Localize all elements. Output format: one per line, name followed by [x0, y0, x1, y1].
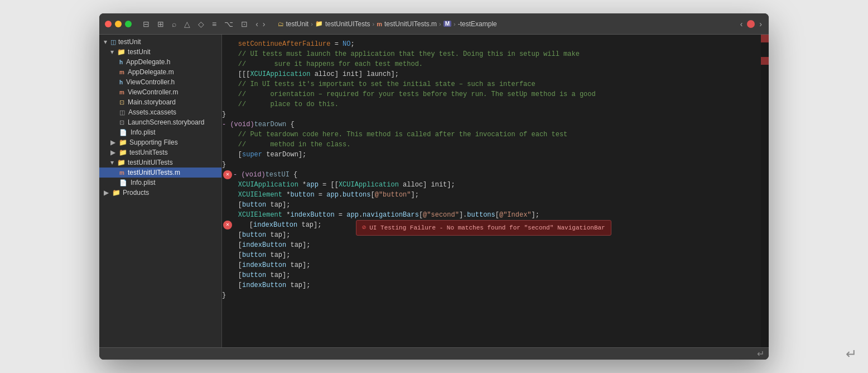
code-line: [super tearDown];: [222, 150, 761, 160]
code-line: // method in the class.: [222, 140, 761, 150]
code-line: XCUIElement *button = app.buttons[@"butt…: [222, 190, 761, 200]
error-circle-testui: ✕: [223, 170, 232, 179]
breadcrumb-sep-4: ›: [454, 21, 456, 27]
sidebar-label: ViewController.h: [126, 78, 175, 86]
minimize-button[interactable]: [115, 21, 122, 27]
chat-icon[interactable]: ⊡: [239, 18, 250, 30]
breadcrumb-project-label: testUnit: [286, 20, 309, 28]
code-line: // place to do this.: [222, 99, 761, 109]
code-line: [indexButton tap];: [222, 280, 761, 290]
breadcrumb-method-label: -testExample: [458, 20, 497, 28]
code-line: // orientation – required for your tests…: [222, 89, 761, 99]
sidebar-item-info-plist[interactable]: 📄 Info.plist: [99, 127, 221, 137]
expand-icon: [104, 38, 108, 46]
sidebar-label: AppDelegate.m: [128, 68, 174, 76]
sidebar-label: Info.plist: [131, 179, 156, 187]
grid-icon[interactable]: ⊞: [155, 18, 166, 30]
breadcrumb-file[interactable]: m testUnitUITests.m: [377, 20, 437, 28]
return-icon: ↵: [757, 348, 764, 359]
sidebar-label: testUnit: [118, 38, 141, 46]
sidebar-item-testunit-root[interactable]: ◫ testUnit: [99, 37, 221, 47]
type-badge: M: [443, 21, 451, 27]
error-tooltip-icon: ⊘: [362, 223, 366, 233]
sidebar-label: Supporting Files: [129, 138, 178, 146]
toolbar-icons: ⊟ ⊞ ⌕ △ ◇ ≡ ⌥ ⊡: [141, 18, 250, 30]
search-icon[interactable]: ⌕: [170, 18, 179, 30]
sidebar-item-products[interactable]: 📁 Products: [99, 188, 221, 198]
nav-left[interactable]: ‹: [739, 18, 744, 30]
breadcrumb-file-label: testUnitUITests.m: [384, 20, 437, 28]
error-tooltip-text: UI Testing Failure - No matches found fo…: [369, 223, 605, 233]
code-line: - (void)tearDown {: [222, 119, 761, 130]
code-line-testui: ✕ - (void)testUI {: [222, 170, 761, 180]
sidebar-item-testunittests[interactable]: 📁 testUnitTests: [99, 147, 221, 157]
gutter-error-2: [761, 57, 769, 65]
code-line: [indexButton tap];: [222, 240, 761, 250]
breadcrumb-folder-label: testUnitUITests: [325, 20, 370, 28]
sidebar-item-supporting-files[interactable]: 📁 Supporting Files: [99, 137, 221, 147]
code-line: [[[XCUIApplication alloc] init] launch];: [222, 69, 761, 79]
code-editor[interactable]: setContinueAfterFailure = NO; // UI test…: [222, 35, 761, 347]
error-gutter: [761, 35, 769, 347]
sidebar-item-testunituitests[interactable]: 📁 testUnitUITests: [99, 157, 221, 168]
breadcrumb-type[interactable]: M: [443, 21, 451, 27]
close-button[interactable]: [105, 21, 112, 27]
folder-icon[interactable]: ⊟: [141, 18, 152, 30]
diamond-icon[interactable]: ◇: [196, 18, 206, 30]
code-line: XCUIApplication *app = [[XCUIApplication…: [222, 180, 761, 190]
plist2-icon: 📄: [119, 179, 127, 187]
list-icon[interactable]: ≡: [210, 18, 219, 30]
code-line: // In UI tests it's important to set the…: [222, 79, 761, 89]
maximize-button[interactable]: [125, 21, 132, 27]
sidebar-label: Main.storyboard: [128, 98, 176, 106]
warning-icon[interactable]: △: [182, 18, 192, 30]
sidebar-item-testunituitests-m[interactable]: m testUnitUITests.m: [99, 168, 221, 178]
folder-icon: 📁: [117, 48, 126, 56]
error-circle-tap: ✕: [223, 221, 232, 229]
breadcrumb-sep-1: ›: [311, 21, 313, 27]
folder-icon: 📁: [119, 149, 127, 156]
error-tooltip: ⊘ UI Testing Failure - No matches found …: [356, 220, 611, 236]
sidebar-item-viewcontroller-m[interactable]: m ViewController.m: [99, 87, 221, 97]
sidebar-label: testUnitUITests: [128, 159, 173, 166]
sidebar-label: testUnit: [128, 48, 151, 56]
folder-icon: 📁: [119, 138, 127, 146]
sidebar-label: LaunchScreen.storyboard: [128, 118, 204, 126]
file-m-icon: m: [119, 89, 124, 95]
code-line: [button tap];: [222, 200, 761, 210]
sidebar-item-viewcontroller-h[interactable]: h ViewController.h: [99, 77, 221, 87]
nav-back[interactable]: ‹: [254, 18, 259, 30]
titlebar: ⊟ ⊞ ⌕ △ ◇ ≡ ⌥ ⊡ ‹ › 🗂 testUnit › 📁 testU…: [99, 13, 769, 35]
sidebar-label: ViewController.m: [128, 88, 178, 96]
nav-right[interactable]: ›: [758, 18, 763, 30]
sidebar-label: Info.plist: [131, 128, 156, 136]
code-line: XCUIElement *indexButton = app.navigatio…: [222, 210, 761, 220]
code-scroll-area[interactable]: setContinueAfterFailure = NO; // UI test…: [222, 35, 761, 347]
sidebar-item-appdelegate-h[interactable]: h AppDelegate.h: [99, 57, 221, 67]
main-window: ⊟ ⊞ ⌕ △ ◇ ≡ ⌥ ⊡ ‹ › 🗂 testUnit › 📁 testU…: [99, 13, 769, 360]
file-h-icon: h: [119, 59, 123, 65]
breadcrumb-folder[interactable]: 📁 testUnitUITests: [315, 20, 370, 28]
breadcrumb-project[interactable]: 🗂 testUnit: [278, 20, 309, 28]
sidebar-item-testunit-folder[interactable]: 📁 testUnit: [99, 47, 221, 57]
breadcrumb-method[interactable]: -testExample: [458, 20, 497, 28]
sidebar-item-appdelegate-m[interactable]: m AppDelegate.m: [99, 67, 221, 77]
breadcrumb-sep-2: ›: [373, 21, 375, 27]
xcassets-icon: ◫: [119, 109, 125, 116]
sidebar-label: Products: [123, 189, 149, 197]
git-icon[interactable]: ⌥: [222, 18, 235, 30]
folder-icon: 📁: [117, 159, 126, 166]
sidebar-item-main-storyboard[interactable]: ⊡ Main.storyboard: [99, 97, 221, 107]
error-btn[interactable]: [747, 20, 755, 28]
expand-icon: [110, 159, 115, 166]
nav-forward[interactable]: ›: [262, 18, 267, 30]
sidebar-item-info2-plist[interactable]: 📄 Info.plist: [99, 178, 221, 188]
folder-breadcrumb-icon: 📁: [315, 20, 323, 27]
folder-icon: 📁: [112, 189, 120, 197]
traffic-lights: [105, 21, 132, 27]
plist-icon: 📄: [119, 129, 127, 136]
expand-icon: [110, 48, 115, 56]
sidebar-item-assets[interactable]: ◫ Assets.xcassets: [99, 107, 221, 117]
sidebar-item-launchscreen[interactable]: ⊡ LaunchScreen.storyboard: [99, 117, 221, 127]
code-line: [indexButton tap];: [222, 260, 761, 270]
